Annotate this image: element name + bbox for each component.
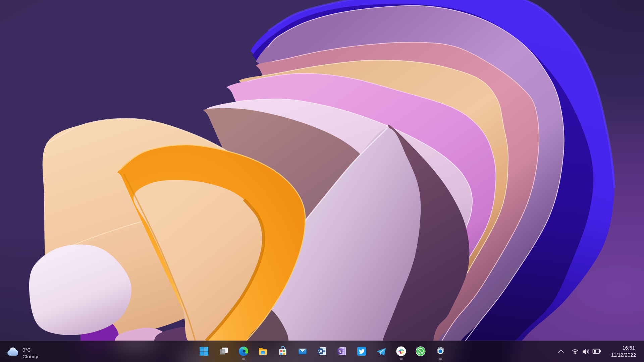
- svg-text:16:51: 16:51: [622, 345, 635, 351]
- svg-text:W: W: [318, 350, 322, 354]
- svg-text:0°C: 0°C: [22, 347, 31, 353]
- svg-text:11/12/2022: 11/12/2022: [611, 352, 636, 358]
- svg-text:Cloudy: Cloudy: [22, 354, 38, 359]
- svg-text:N: N: [339, 350, 341, 354]
